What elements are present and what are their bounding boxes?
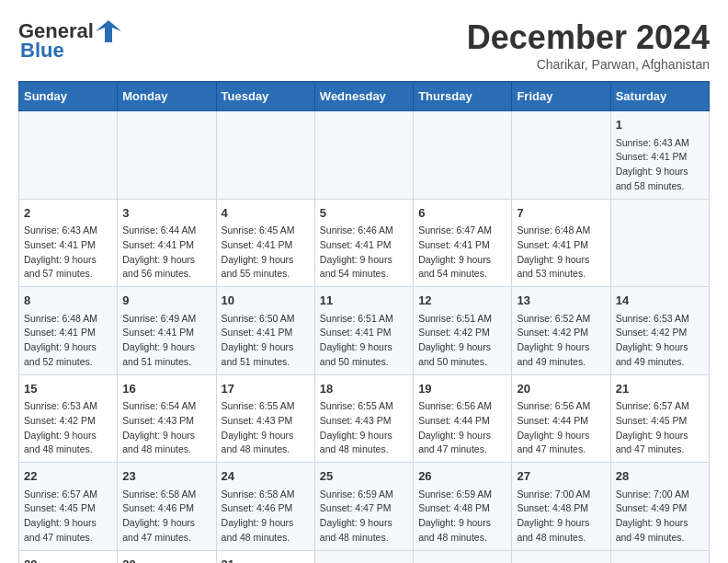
sunset: Sunset: 4:44 PM bbox=[418, 415, 490, 426]
sunset: Sunset: 4:41 PM bbox=[24, 327, 96, 338]
sunrise: Sunrise: 6:46 AM bbox=[320, 224, 393, 236]
day-number: 19 bbox=[418, 380, 506, 398]
daylight: Daylight: 9 hours and 56 minutes. bbox=[122, 254, 195, 280]
daylight: Daylight: 9 hours and 48 minutes. bbox=[24, 430, 97, 455]
table-row: 2Sunrise: 6:43 AMSunset: 4:41 PMDaylight… bbox=[19, 199, 710, 287]
list-item: 15Sunrise: 6:53 AMSunset: 4:42 PMDayligh… bbox=[19, 374, 118, 463]
day-number: 20 bbox=[517, 380, 605, 398]
list-item: 25Sunrise: 6:59 AMSunset: 4:47 PMDayligh… bbox=[314, 463, 413, 551]
sunset: Sunset: 4:43 PM bbox=[122, 415, 194, 426]
sunset: Sunset: 4:41 PM bbox=[122, 239, 194, 250]
day-number: 2 bbox=[24, 204, 112, 223]
list-item bbox=[512, 550, 610, 563]
list-item: 6Sunrise: 6:47 AMSunset: 4:41 PMDaylight… bbox=[414, 199, 512, 287]
list-item bbox=[19, 111, 118, 200]
sunset: Sunset: 4:49 PM bbox=[616, 502, 688, 513]
day-number: 6 bbox=[418, 204, 506, 223]
daylight: Daylight: 9 hours and 50 minutes. bbox=[320, 341, 392, 367]
list-item: 22Sunrise: 6:57 AMSunset: 4:45 PMDayligh… bbox=[19, 463, 118, 551]
day-number: 25 bbox=[320, 467, 408, 486]
daylight: Daylight: 9 hours and 49 minutes. bbox=[517, 341, 589, 367]
sunrise: Sunrise: 6:44 AM bbox=[122, 224, 196, 236]
daylight: Daylight: 9 hours and 47 minutes. bbox=[122, 517, 195, 543]
daylight: Daylight: 9 hours and 48 minutes. bbox=[222, 430, 294, 455]
location: Charikar, Parwan, Afghanistan bbox=[467, 57, 710, 72]
day-number: 10 bbox=[222, 292, 310, 310]
header-row: Sunday Monday Tuesday Wednesday Thursday… bbox=[19, 82, 710, 111]
sunrise: Sunrise: 6:47 AM bbox=[418, 224, 492, 236]
col-friday: Friday bbox=[512, 82, 610, 111]
day-number: 14 bbox=[616, 292, 704, 310]
list-item: 12Sunrise: 6:51 AMSunset: 4:42 PMDayligh… bbox=[414, 287, 512, 375]
logo-bird-icon bbox=[94, 18, 123, 44]
day-number: 23 bbox=[122, 467, 210, 486]
daylight: Daylight: 9 hours and 47 minutes. bbox=[24, 517, 97, 543]
sunset: Sunset: 4:41 PM bbox=[122, 327, 194, 338]
daylight: Daylight: 9 hours and 48 minutes. bbox=[320, 430, 392, 455]
month-title: December 2024 bbox=[467, 18, 710, 57]
list-item: 4Sunrise: 6:45 AMSunset: 4:41 PMDaylight… bbox=[216, 199, 314, 287]
daylight: Daylight: 9 hours and 48 minutes. bbox=[517, 517, 589, 543]
day-number: 29 bbox=[24, 556, 112, 564]
day-number: 13 bbox=[517, 292, 605, 310]
sunrise: Sunrise: 6:56 AM bbox=[418, 400, 492, 411]
sunset: Sunset: 4:47 PM bbox=[320, 502, 392, 513]
day-number: 12 bbox=[418, 292, 506, 310]
col-thursday: Thursday bbox=[414, 82, 512, 111]
day-number: 21 bbox=[616, 380, 704, 398]
sunset: Sunset: 4:45 PM bbox=[616, 415, 688, 426]
list-item: 17Sunrise: 6:55 AMSunset: 4:43 PMDayligh… bbox=[216, 374, 314, 463]
table-row: 29Sunrise: 7:00 AMSunset: 4:50 PMDayligh… bbox=[19, 550, 710, 563]
list-item: 19Sunrise: 6:56 AMSunset: 4:44 PMDayligh… bbox=[414, 374, 512, 463]
col-monday: Monday bbox=[118, 82, 216, 111]
daylight: Daylight: 9 hours and 50 minutes. bbox=[418, 341, 491, 367]
calendar-table: Sunday Monday Tuesday Wednesday Thursday… bbox=[18, 81, 710, 563]
sunset: Sunset: 4:41 PM bbox=[222, 327, 293, 338]
sunrise: Sunrise: 6:50 AM bbox=[222, 313, 295, 324]
sunset: Sunset: 4:42 PM bbox=[616, 327, 688, 338]
sunset: Sunset: 4:41 PM bbox=[24, 239, 96, 250]
sunset: Sunset: 4:41 PM bbox=[320, 327, 392, 338]
daylight: Daylight: 9 hours and 51 minutes. bbox=[122, 341, 195, 367]
list-item bbox=[414, 550, 512, 563]
list-item: 1Sunrise: 6:43 AMSunset: 4:41 PMDaylight… bbox=[610, 111, 709, 200]
day-number: 17 bbox=[222, 380, 310, 398]
list-item: 2Sunrise: 6:43 AMSunset: 4:41 PMDaylight… bbox=[19, 199, 118, 287]
table-row: 1Sunrise: 6:43 AMSunset: 4:41 PMDaylight… bbox=[19, 111, 710, 200]
list-item: 5Sunrise: 6:46 AMSunset: 4:41 PMDaylight… bbox=[314, 199, 413, 287]
list-item: 3Sunrise: 6:44 AMSunset: 4:41 PMDaylight… bbox=[118, 199, 216, 287]
daylight: Daylight: 9 hours and 48 minutes. bbox=[320, 517, 392, 543]
day-number: 8 bbox=[24, 292, 112, 310]
sunset: Sunset: 4:41 PM bbox=[616, 151, 688, 162]
sunset: Sunset: 4:46 PM bbox=[222, 502, 293, 513]
list-item bbox=[118, 111, 216, 200]
svg-marker-0 bbox=[96, 20, 121, 42]
sunset: Sunset: 4:41 PM bbox=[517, 239, 588, 250]
col-sunday: Sunday bbox=[19, 82, 118, 111]
logo-blue: Blue bbox=[18, 39, 64, 63]
day-number: 30 bbox=[122, 556, 210, 564]
sunset: Sunset: 4:44 PM bbox=[517, 415, 588, 426]
sunrise: Sunrise: 6:58 AM bbox=[122, 488, 196, 500]
list-item: 10Sunrise: 6:50 AMSunset: 4:41 PMDayligh… bbox=[216, 287, 314, 375]
list-item: 27Sunrise: 7:00 AMSunset: 4:48 PMDayligh… bbox=[512, 463, 610, 551]
sunrise: Sunrise: 6:45 AM bbox=[222, 224, 295, 236]
sunrise: Sunrise: 6:52 AM bbox=[517, 313, 590, 324]
list-item bbox=[314, 550, 413, 563]
list-item: 7Sunrise: 6:48 AMSunset: 4:41 PMDaylight… bbox=[512, 199, 610, 287]
list-item bbox=[414, 111, 512, 200]
list-item: 24Sunrise: 6:58 AMSunset: 4:46 PMDayligh… bbox=[216, 463, 314, 551]
sunset: Sunset: 4:48 PM bbox=[418, 502, 490, 513]
sunrise: Sunrise: 6:55 AM bbox=[222, 400, 295, 411]
day-number: 11 bbox=[320, 292, 408, 310]
list-item: 21Sunrise: 6:57 AMSunset: 4:45 PMDayligh… bbox=[610, 374, 709, 463]
sunset: Sunset: 4:43 PM bbox=[320, 415, 392, 426]
list-item: 13Sunrise: 6:52 AMSunset: 4:42 PMDayligh… bbox=[512, 287, 610, 375]
day-number: 31 bbox=[222, 556, 310, 564]
day-number: 28 bbox=[616, 467, 704, 486]
day-number: 9 bbox=[122, 292, 210, 310]
list-item: 18Sunrise: 6:55 AMSunset: 4:43 PMDayligh… bbox=[314, 374, 413, 463]
day-number: 1 bbox=[616, 116, 704, 134]
day-number: 7 bbox=[517, 204, 605, 223]
day-number: 18 bbox=[320, 380, 408, 398]
